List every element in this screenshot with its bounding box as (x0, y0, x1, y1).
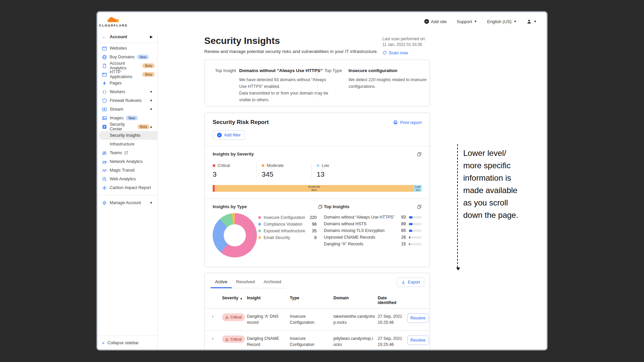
tab-active[interactable]: Active (211, 277, 232, 288)
legend-item[interactable]: Insecure Configuration220 (258, 214, 317, 221)
chevron-up-icon: ▲ (150, 125, 155, 128)
sidebar-item-security-insights[interactable]: Security Insights (99, 131, 157, 140)
column-header-insight: Insight (247, 293, 290, 304)
expand-row-chevron-icon[interactable]: › (212, 309, 222, 324)
sidebar-item-manage-account[interactable]: Manage Account▼ (97, 198, 157, 207)
tab-archived[interactable]: Archived (259, 277, 286, 288)
legend-item[interactable]: Email Security8 (258, 234, 317, 241)
gear-icon (102, 200, 107, 205)
sidebar-item-workers[interactable]: Workers▼ (97, 87, 157, 96)
sidebar-item-stream[interactable]: Stream▼ (97, 105, 157, 114)
top-insight-value: 85 (397, 228, 406, 233)
severity-stat-value: 345 (262, 170, 311, 178)
copy-icon[interactable] (318, 204, 323, 209)
chevron-right-icon: ▶ (150, 35, 153, 39)
top-insight-bar-fill (409, 230, 412, 232)
donut-legend: Insecure Configuration220Compliance Viol… (258, 213, 317, 257)
plus-circle-icon: + (424, 19, 429, 24)
sidebar-item-images[interactable]: ImagesNew (97, 114, 157, 122)
sidebar-item-buy-domains[interactable]: Buy DomainsNew (97, 53, 157, 61)
sidebar-item-security-center[interactable]: Security CenterBeta▲ (97, 122, 157, 131)
severity-stat-header: Critical (213, 163, 256, 168)
badge-beta: Beta (142, 63, 155, 68)
app-window-icon (102, 72, 107, 77)
legend-item[interactable]: Exposed Infrastructure35 (258, 228, 317, 234)
top-insight-bar-fill (409, 243, 410, 245)
main-content: Security Insights Review and manage pote… (158, 31, 547, 350)
sidebar-item-http-applications[interactable]: HTTP ApplicationsBeta (97, 70, 157, 79)
collapse-sidebar-button[interactable]: « Collapse sidebar (97, 336, 157, 350)
top-type-block: Top Type Insecure configuration We detec… (317, 68, 430, 98)
support-menu[interactable]: Support ▼ (457, 19, 477, 24)
tab-resolved[interactable]: Resolved (232, 277, 259, 288)
chevron-down-icon: ▼ (150, 108, 155, 111)
cell-severity: Critical (222, 309, 247, 326)
add-site-button[interactable]: + Add site (424, 19, 447, 24)
sort-ascending-icon: ▲ (240, 297, 243, 300)
sidebar-item-magic-transit[interactable]: Magic Transit (97, 166, 157, 175)
insights-by-type-donut-chart (213, 213, 257, 257)
sidebar-item-label: Account Analytics (110, 61, 140, 70)
legend-dot-icon (258, 216, 261, 219)
top-insight-row[interactable]: Dangling “A” Records15 (324, 241, 422, 247)
sidebar-item-teams[interactable]: Teams (97, 148, 157, 157)
page-title: Security Insights (204, 35, 378, 47)
security-badge-icon (102, 124, 107, 129)
sidebar-item-web-analytics[interactable]: Web Analytics (97, 175, 157, 183)
summary-card: Top Insight Domains without “Always Use … (204, 60, 430, 106)
copy-icon[interactable] (417, 152, 422, 157)
add-filter-label: Add filter (224, 133, 240, 137)
resolve-button[interactable]: Resolve (407, 336, 429, 345)
table-row: ›CriticalDangling 'A' DNS recordInsecure… (205, 309, 430, 331)
browser-window: CLOUDFLARE + Add site Support ▼ English … (96, 11, 548, 351)
print-report-button[interactable]: Print report (393, 120, 422, 125)
column-header-severity[interactable]: Severity▲ (222, 293, 247, 304)
sidebar-account-header[interactable]: ← Account ▶ (97, 31, 157, 43)
severity-bar-label: Moderate96% (308, 185, 320, 192)
sidebar-item-account-analytics[interactable]: Account AnalyticsBeta (97, 61, 157, 70)
scan-now-button[interactable]: Scan now (382, 50, 430, 56)
cloudflare-logo[interactable]: CLOUDFLARE (101, 16, 126, 27)
export-label: Export (408, 280, 420, 285)
copy-icon[interactable] (417, 204, 422, 209)
top-insight-label: Unproxied CNAME Records (324, 235, 397, 240)
sidebar-item-firewall-rulesets[interactable]: Firewall Rulesets▼ (97, 96, 157, 105)
sidebar-item-label: Teams (110, 150, 122, 155)
add-filter-button[interactable]: + Add filter (213, 130, 245, 140)
annotation-line: made available (463, 184, 530, 196)
sidebar-item-infrastructure[interactable]: Infrastructure (97, 140, 157, 148)
insights-table-card: ActiveResolvedArchived Export Severity▲I… (204, 273, 430, 350)
chevron-down-icon: ▼ (150, 99, 155, 102)
cell-insight: Dangling 'A' DNS record (247, 309, 290, 330)
sidebar-item-label: Websites (110, 46, 127, 51)
sidebar-item-carbon-impact-report[interactable]: Carbon Impact Report (97, 183, 157, 192)
export-button[interactable]: Export (397, 278, 424, 287)
top-insight-row[interactable]: Domains without HSTS89 (324, 221, 422, 227)
sidebar-item-websites[interactable]: Websites (97, 44, 157, 53)
back-arrow-icon: ← (102, 34, 106, 39)
top-insight-row[interactable]: Domains missing TLS Encryption85 (324, 227, 422, 234)
top-insight-row[interactable]: Unproxied CNAME Records26 (324, 234, 422, 241)
severity-dot-icon (213, 164, 215, 167)
resolve-button[interactable]: Resolve (407, 313, 429, 323)
cell-domain: jellybean.candyshop.rocks (333, 331, 378, 350)
sidebar: ← Account ▶ WebsitesBuy DomainsNewAccoun… (97, 31, 158, 350)
top-insight-row[interactable]: Domains without “Always Use HTTPS”93 (324, 214, 422, 221)
severity-bar-segment-moderate: Moderate96% (215, 185, 414, 192)
top-insight-bar (409, 230, 422, 232)
support-label: Support (457, 19, 472, 24)
legend-item[interactable]: Compliance Violation98 (258, 221, 317, 228)
cell-severity: Critical (222, 331, 247, 348)
stream-icon (102, 107, 107, 112)
expand-row-chevron-icon[interactable]: › (212, 331, 222, 346)
sidebar-item-label: Manage Account (110, 200, 141, 205)
column-header-domain: Domain (333, 293, 378, 304)
sidebar-item-network-analytics[interactable]: Network Analytics (97, 157, 157, 166)
legend-value: 98 (312, 222, 317, 227)
language-menu[interactable]: English (US) ▼ (487, 19, 517, 24)
user-menu[interactable]: ▼ (527, 19, 537, 24)
top-insight-label: Domains without HSTS (324, 222, 397, 226)
cell-type: Insecure Configuration (290, 331, 333, 350)
sidebar-item-pages[interactable]: Pages (97, 79, 157, 87)
annotation-line: more specific (463, 159, 530, 172)
